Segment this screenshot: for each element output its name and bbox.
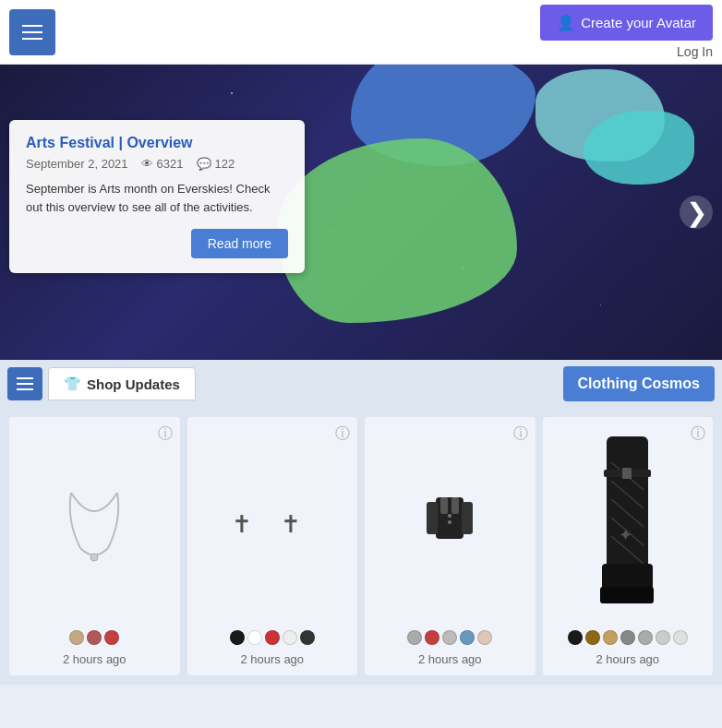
color-swatch[interactable] xyxy=(568,630,583,645)
svg-point-0 xyxy=(90,554,98,561)
info-icon[interactable]: ⓘ xyxy=(158,424,173,444)
hero-banner: Arts Festival | Overview September 2, 20… xyxy=(0,65,722,360)
svg-point-7 xyxy=(448,520,451,524)
color-swatch[interactable] xyxy=(247,630,262,645)
article-meta: September 2, 2021 👁 6321 💬 122 xyxy=(26,157,288,171)
shop-item: ⓘ 2 hours ago xyxy=(9,417,180,675)
article-card: Arts Festival | Overview September 2, 20… xyxy=(9,120,305,273)
color-swatch[interactable] xyxy=(104,630,119,645)
toolbar-menu-button[interactable] xyxy=(7,367,42,400)
hamburger-menu-button[interactable] xyxy=(9,9,55,55)
item-image xyxy=(374,426,526,623)
color-swatches xyxy=(69,630,119,645)
item-time: 2 hours ago xyxy=(63,652,126,666)
shop-updates-tab[interactable]: 👕 Shop Updates xyxy=(48,367,196,400)
color-swatch[interactable] xyxy=(477,630,492,645)
clothing-cosmos-button[interactable]: Clothing Cosmos xyxy=(563,366,715,401)
svg-rect-1 xyxy=(436,497,463,539)
shop-item: ⓘ ✦ 2 hours ago xyxy=(543,417,714,675)
color-swatch[interactable] xyxy=(265,630,280,645)
svg-point-6 xyxy=(448,514,451,518)
svg-rect-10 xyxy=(600,587,654,603)
shop-item: ⓘ✝ ✝2 hours ago xyxy=(187,417,358,675)
svg-rect-2 xyxy=(427,502,438,534)
svg-rect-5 xyxy=(451,497,459,514)
item-image: ✝ ✝ xyxy=(197,426,349,623)
create-avatar-label: Create your Avatar xyxy=(581,15,696,30)
read-more-button[interactable]: Read more xyxy=(191,229,288,258)
person-icon: 👤 xyxy=(557,14,575,31)
shirt-icon: 👕 xyxy=(64,376,81,392)
hero-next-button[interactable]: ❯ xyxy=(680,196,713,229)
item-image xyxy=(18,426,171,623)
article-date: September 2, 2021 xyxy=(26,157,128,171)
info-icon[interactable]: ⓘ xyxy=(691,424,705,444)
toolbar: 👕 Shop Updates Clothing Cosmos xyxy=(0,360,722,408)
color-swatch[interactable] xyxy=(603,630,618,645)
header: 👤 Create your Avatar Log In xyxy=(0,0,722,65)
article-comments: 💬 122 xyxy=(197,157,235,171)
color-swatch[interactable] xyxy=(673,630,688,645)
article-views: 👁 6321 xyxy=(141,157,184,171)
color-swatch[interactable] xyxy=(638,630,653,645)
color-swatch[interactable] xyxy=(585,630,600,645)
article-title: Arts Festival | Overview xyxy=(26,135,288,151)
color-swatches xyxy=(568,630,688,645)
item-time: 2 hours ago xyxy=(418,652,482,666)
svg-rect-4 xyxy=(440,497,448,514)
color-swatches xyxy=(407,630,492,645)
color-swatch[interactable] xyxy=(69,630,84,645)
color-swatch[interactable] xyxy=(230,630,245,645)
eye-icon: 👁 xyxy=(141,157,153,171)
item-image: ✦ xyxy=(552,426,704,623)
color-swatch[interactable] xyxy=(283,630,297,645)
shop-updates-label: Shop Updates xyxy=(87,376,180,392)
color-swatch[interactable] xyxy=(407,630,422,645)
login-link[interactable]: Log In xyxy=(677,44,713,59)
info-icon[interactable]: ⓘ xyxy=(513,424,528,444)
color-swatch[interactable] xyxy=(460,630,475,645)
color-swatch[interactable] xyxy=(442,630,457,645)
color-swatch[interactable] xyxy=(300,630,315,645)
shop-grid: ⓘ 2 hours agoⓘ✝ ✝2 hours agoⓘ 2 hours ag… xyxy=(0,408,722,685)
paint-splat-teal xyxy=(584,111,694,185)
color-swatch[interactable] xyxy=(87,630,102,645)
svg-rect-3 xyxy=(462,502,473,534)
item-time: 2 hours ago xyxy=(596,652,659,666)
color-swatch[interactable] xyxy=(656,630,670,645)
item-time: 2 hours ago xyxy=(240,652,304,666)
shop-item: ⓘ 2 hours ago xyxy=(365,417,535,675)
article-body: September is Arts month on Everskies! Ch… xyxy=(26,180,288,216)
color-swatches xyxy=(230,630,315,645)
color-swatch[interactable] xyxy=(620,630,635,645)
create-avatar-button[interactable]: 👤 Create your Avatar xyxy=(540,5,713,41)
header-right: 👤 Create your Avatar Log In xyxy=(540,5,713,59)
color-swatch[interactable] xyxy=(425,630,439,645)
svg-text:✦: ✦ xyxy=(619,526,632,544)
svg-rect-18 xyxy=(622,468,632,479)
comment-icon: 💬 xyxy=(197,157,211,171)
info-icon[interactable]: ⓘ xyxy=(335,424,350,444)
